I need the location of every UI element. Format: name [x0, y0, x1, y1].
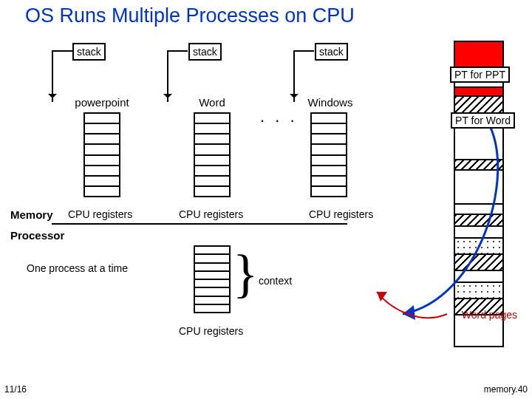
stack-box-0: stack [72, 43, 106, 61]
memory-divider-left [52, 223, 347, 225]
memory-column [454, 41, 504, 347]
pt-ppt-label: PT for PPT [450, 66, 510, 83]
svg-marker-0 [403, 305, 415, 320]
red-arrow-icon [362, 281, 458, 332]
brace-icon: } [233, 251, 259, 296]
cpu-reg-1: CPU registers [179, 208, 243, 220]
memory-label: Memory [10, 208, 53, 221]
arrow-stack-2 [293, 50, 295, 102]
footer-page: 11/16 [4, 384, 27, 395]
footer-slide: memory.40 [484, 384, 528, 395]
stack-box-1: stack [188, 43, 222, 61]
proc-name-2: Windows [297, 96, 364, 109]
cpu-reg-2: CPU registers [309, 208, 373, 220]
pt-word-label: PT for Word [451, 112, 515, 129]
arrow-stack-0 [52, 50, 53, 102]
one-process-text: One process at a time [27, 262, 130, 274]
word-pages-label: Word pages [462, 309, 517, 321]
svg-marker-1 [377, 292, 387, 301]
context-stack [194, 245, 231, 313]
proc-stack-0 [83, 112, 120, 197]
proc-name-1: Word [186, 96, 238, 109]
cpu-reg-context: CPU registers [179, 325, 243, 337]
stack-box-2: stack [315, 43, 348, 61]
proc-stack-2 [310, 112, 347, 197]
proc-name-0: powerpoint [65, 96, 139, 109]
ellipsis: . . . [260, 107, 298, 126]
slide-title: OS Runs Multiple Processes on CPU [0, 0, 532, 27]
processor-label: Processor [10, 229, 64, 242]
arrow-stack-1 [167, 50, 168, 102]
context-label: context [259, 275, 292, 287]
cpu-reg-0: CPU registers [68, 208, 132, 220]
proc-stack-1 [194, 112, 231, 197]
